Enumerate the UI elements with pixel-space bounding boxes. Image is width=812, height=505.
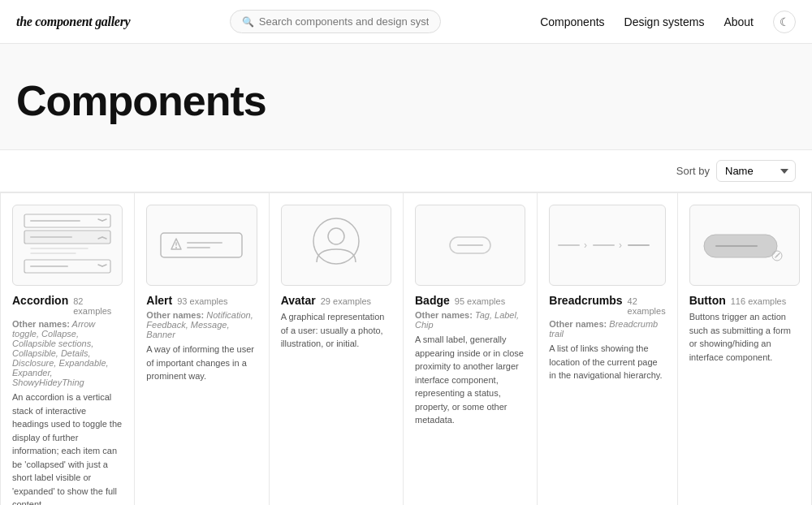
svg-text:›: › (584, 240, 587, 251)
component-card[interactable]: Badge95 examplesOther names: Tag, Label,… (404, 193, 538, 505)
card-desc: A list of links showing the location of … (549, 342, 665, 382)
card-desc: An accordion is a vertical stack of inte… (12, 391, 123, 505)
card-preview (415, 205, 525, 286)
svg-line-3 (102, 219, 106, 221)
card-count: 29 examples (321, 296, 371, 306)
page-title: Components (16, 76, 796, 125)
svg-text:›: › (619, 240, 622, 251)
card-count: 93 examples (177, 296, 227, 306)
component-card[interactable]: Avatar29 examplesA graphical representat… (270, 193, 404, 505)
card-preview (281, 205, 391, 286)
card-other-names: Other names: Arrow toggle, Collapse, Col… (12, 319, 123, 387)
card-title-row: Breadcrumbs42 examples (549, 294, 665, 316)
card-name: Badge (415, 294, 450, 307)
card-preview: › › (549, 205, 665, 286)
card-name: Accordion (12, 294, 68, 307)
header: the component gallery 🔍 Components Desig… (0, 0, 812, 44)
card-name: Button (689, 294, 726, 307)
card-preview (12, 205, 123, 286)
card-count: 116 examples (731, 296, 787, 306)
nav-design-systems[interactable]: Design systems (624, 15, 705, 28)
card-title-row: Button116 examples (689, 294, 800, 307)
svg-point-22 (328, 228, 344, 244)
card-preview (689, 205, 800, 286)
card-other-names: Other names: Notification, Feedback, Mes… (146, 310, 257, 339)
card-other-names: Other names: Tag, Label, Chip (415, 310, 525, 330)
component-grid: Accordion82 examplesOther names: Arrow t… (0, 192, 812, 505)
svg-line-14 (102, 265, 106, 266)
card-name: Breadcrumbs (549, 294, 622, 307)
sort-label: Sort by (676, 165, 710, 177)
card-desc: A way of informing the user of important… (146, 343, 257, 383)
svg-point-21 (313, 218, 359, 264)
card-title-row: Accordion82 examples (12, 294, 123, 316)
svg-line-34 (777, 253, 780, 256)
svg-line-13 (98, 265, 102, 266)
card-desc: A small label, generally appearing insid… (415, 333, 525, 427)
svg-line-2 (98, 219, 102, 221)
card-desc: A graphical representation of a user: us… (281, 310, 391, 351)
search-icon: 🔍 (242, 16, 254, 28)
card-name: Avatar (281, 294, 316, 307)
card-title-row: Avatar29 examples (281, 294, 391, 307)
card-count: 95 examples (455, 296, 505, 306)
search-container: 🔍 (230, 10, 441, 33)
card-name: Alert (146, 294, 172, 307)
toolbar: Sort by Name Examples Date (0, 150, 812, 192)
component-card[interactable]: Alert93 examplesOther names: Notificatio… (135, 193, 269, 505)
nav-components[interactable]: Components (540, 15, 604, 28)
nav-about[interactable]: About (723, 15, 754, 28)
sort-select[interactable]: Name Examples Date (716, 160, 796, 182)
card-title-row: Alert93 examples (146, 294, 257, 307)
theme-toggle-button[interactable]: ☾ (773, 11, 796, 33)
search-input[interactable] (259, 15, 429, 28)
svg-point-18 (175, 247, 177, 248)
card-desc: Buttons trigger an action such as submit… (689, 310, 800, 364)
card-count: 42 examples (628, 296, 666, 316)
hero-section: Components (0, 44, 812, 150)
component-card[interactable]: Button116 examplesButtons trigger an act… (678, 193, 812, 505)
card-other-names: Other names: Breadcrumb trail (549, 319, 665, 339)
main-nav: Components Design systems About ☾ (540, 11, 796, 33)
card-preview (146, 205, 257, 286)
component-card[interactable]: Accordion82 examplesOther names: Arrow t… (1, 193, 135, 505)
card-count: 82 examples (73, 296, 123, 316)
card-title-row: Badge95 examples (415, 294, 525, 307)
component-card[interactable]: › › Breadcrumbs42 examplesOther names: B… (538, 193, 677, 505)
logo[interactable]: the component gallery (16, 15, 130, 29)
